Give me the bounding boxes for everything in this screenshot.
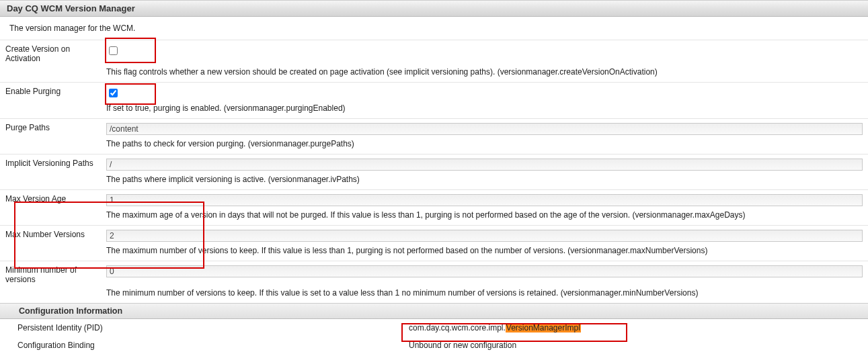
pid-highlight: VersionManagerImpl — [506, 323, 581, 333]
pid-prefix: com.day.cq.wcm.core.impl. — [409, 323, 506, 333]
config-info-header: Configuration Information — [0, 303, 868, 319]
enable-purging-hint: If set to true, purging is enabled. (ver… — [101, 102, 868, 119]
min-num-input[interactable] — [106, 265, 863, 277]
purge-paths-input[interactable] — [106, 123, 863, 135]
enable-purging-checkbox[interactable] — [109, 89, 118, 97]
min-num-label: Minimum number of versions — [0, 261, 101, 287]
create-version-hint: This flag controls whether a new version… — [101, 66, 868, 83]
properties-table: Create Version on Activation This flag c… — [0, 40, 868, 303]
max-age-label: Max Version Age — [0, 190, 101, 210]
binding-label: Configuration Binding — [0, 337, 403, 354]
pid-label: Persistent Identity (PID) — [0, 319, 403, 337]
panel-title: Day CQ WCM Version Manager — [0, 0, 868, 17]
config-info-table: Persistent Identity (PID) com.day.cq.wcm… — [0, 319, 868, 354]
max-num-label: Max Number Versions — [0, 226, 101, 245]
iv-paths-hint: The paths where implicit versioning is a… — [101, 173, 868, 190]
iv-paths-label: Implicit Versioning Paths — [0, 154, 101, 174]
pid-value: com.day.cq.wcm.core.impl.VersionManagerI… — [403, 319, 868, 337]
max-num-input[interactable] — [106, 230, 863, 242]
purge-paths-hint: The paths to check for version purging. … — [101, 138, 868, 154]
panel-description: The version manager for the WCM. — [0, 17, 868, 40]
min-num-hint: The minimum number of versions to keep. … — [101, 287, 868, 303]
enable-purging-label: Enable Purging — [0, 83, 101, 103]
max-age-input[interactable] — [106, 194, 863, 206]
max-age-hint: The maximum age of a version in days tha… — [101, 209, 868, 226]
binding-value: Unbound or new configuration — [403, 337, 868, 354]
iv-paths-input[interactable] — [106, 159, 863, 171]
purge-paths-label: Purge Paths — [0, 119, 101, 138]
config-panel: Day CQ WCM Version Manager The version m… — [0, 0, 868, 354]
create-version-checkbox[interactable] — [109, 46, 118, 55]
max-num-hint: The maximum number of versions to keep. … — [101, 245, 868, 261]
create-version-label: Create Version on Activation — [0, 40, 101, 67]
